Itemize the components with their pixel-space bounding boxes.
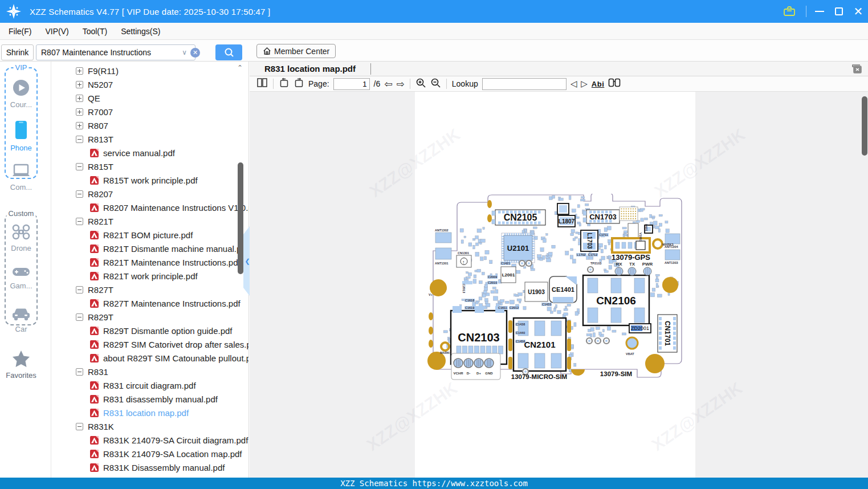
vip-briefcase-icon[interactable] <box>780 0 799 23</box>
previous-page-button[interactable]: ⇦ <box>384 79 392 89</box>
menu-filef[interactable]: File(F) <box>9 27 31 36</box>
shrink-button[interactable]: Shrink <box>1 44 34 60</box>
pdf-viewer[interactable]: XZZ@XZZHKXZZ@XZZHKXZZ@XZZHKXZZ@XZZHK CN2… <box>250 92 868 478</box>
menu-toolt[interactable]: Tool(T) <box>83 27 108 36</box>
search-button[interactable] <box>215 44 242 60</box>
page-number-input[interactable] <box>333 78 370 90</box>
collapse-icon[interactable] <box>76 313 83 321</box>
tree-group-f9r11[interactable]: F9(R11) <box>76 64 119 78</box>
pdf-file-item[interactable]: R831K Disassembly manual.pdf <box>90 461 225 474</box>
sidebar-item-computer[interactable]: Com... <box>0 162 42 191</box>
pdf-file-item[interactable]: service manual.pdf <box>90 146 175 160</box>
clear-search-icon[interactable]: ✕ <box>190 48 200 58</box>
pdf-file-item[interactable]: R829T SIM Catorivet drop after sales.pdf <box>90 337 249 351</box>
sidebar-item-favorites[interactable]: Favorites <box>0 349 42 380</box>
tree-scrollbar-thumb[interactable] <box>238 162 243 274</box>
tree-group-r807[interactable]: R807 <box>76 119 108 132</box>
minimize-button[interactable] <box>810 0 829 23</box>
pdf-file-icon <box>90 231 99 239</box>
chevron-down-icon[interactable]: ∨ <box>180 48 189 56</box>
computer-icon <box>11 172 31 181</box>
pdf-file-item[interactable]: R831K 214079-SA Location map.pdf <box>90 447 242 461</box>
rotate-right-button[interactable] <box>294 78 304 91</box>
tab-r831-location-map[interactable]: R831 location map.pdf <box>250 62 370 76</box>
svg-text:C1611: C1611 <box>498 306 507 309</box>
zoom-in-button[interactable] <box>415 78 426 91</box>
search-combo[interactable]: ∨ ✕ <box>36 44 195 60</box>
close-button[interactable]: ✕ <box>849 0 868 23</box>
svg-text:RX: RX <box>616 262 622 267</box>
tree-group-r8207[interactable]: R8207 <box>76 187 113 201</box>
gps-component <box>612 238 650 252</box>
sidebar-item-game[interactable]: Gam... <box>0 266 42 290</box>
collapse-icon[interactable] <box>76 163 83 170</box>
expand-icon[interactable] <box>76 95 83 102</box>
rotate-left-button[interactable] <box>279 78 290 91</box>
expand-icon[interactable] <box>76 122 83 129</box>
match-case-button[interactable]: Abi <box>592 80 604 88</box>
collapse-icon[interactable] <box>76 218 83 225</box>
tree-group-r827t[interactable]: R827T <box>76 283 113 296</box>
viewer-scrollbar-thumb[interactable] <box>862 96 867 156</box>
member-center-button[interactable]: Member Center <box>256 44 336 58</box>
tree-group-r7007[interactable]: R7007 <box>76 105 113 119</box>
svg-text:D+: D+ <box>476 372 481 375</box>
tree-group-r831k[interactable]: R831K <box>76 419 114 433</box>
find-next-button[interactable]: ▷ <box>581 79 588 89</box>
menu-vipv[interactable]: VIP(V) <box>45 27 68 36</box>
tree-group-n5207[interactable]: N5207 <box>76 78 113 91</box>
collapse-icon[interactable] <box>76 190 83 198</box>
tree-group-qe[interactable]: QE <box>76 91 100 105</box>
next-page-button[interactable]: ⇨ <box>397 79 405 89</box>
page-total: /6 <box>374 79 381 88</box>
tree-group-r813t[interactable]: R813T <box>76 132 113 146</box>
menu-settingss[interactable]: Settings(S) <box>121 27 160 36</box>
pdf-file-item[interactable]: R831 circuit diagram.pdf <box>90 378 196 392</box>
tree-group-r829t[interactable]: R829T <box>76 310 113 324</box>
svg-text:C1421: C1421 <box>501 262 510 265</box>
svg-text:TP2103: TP2103 <box>590 262 601 265</box>
pdf-file-icon <box>90 203 99 212</box>
expand-icon[interactable] <box>76 81 83 88</box>
CN2106-label: CN2106 <box>596 295 636 307</box>
pdf-file-icon <box>90 244 99 253</box>
collapse-icon[interactable] <box>76 136 83 143</box>
maximize-button[interactable] <box>829 0 849 23</box>
L2001-label: L2001 <box>502 272 515 278</box>
pdf-file-item[interactable]: R821T work principle.pdf <box>90 269 198 283</box>
pdf-file-item[interactable]: R831K 214079-SA Circuit diagram.pdf <box>90 433 248 447</box>
pdf-file-item[interactable]: R815T work principle.pdf <box>90 173 198 187</box>
tree-group-r815t[interactable]: R815T <box>76 160 113 173</box>
svg-text:C1438: C1438 <box>516 323 525 326</box>
pdf-file-item[interactable]: R821T Dismantle machine manual.pdf <box>90 242 248 255</box>
tree-scroll-up-icon[interactable]: ⌃ <box>237 64 243 72</box>
sidebar-item-car[interactable]: Car <box>0 307 42 333</box>
pdf-file-item[interactable]: R829T Dismantle option guide.pdf <box>90 324 233 337</box>
svg-text:↑: ↑ <box>462 259 465 265</box>
thumbnail-view-button[interactable] <box>608 78 621 89</box>
expand-icon[interactable] <box>76 108 83 116</box>
sidebar-item-phone[interactable]: Phone <box>0 120 42 152</box>
collapse-icon[interactable] <box>76 423 83 430</box>
find-previous-button[interactable]: ◁ <box>570 79 577 89</box>
custom-group-label: Custom <box>7 209 36 218</box>
collapse-icon[interactable] <box>76 286 83 294</box>
pdf-file-item[interactable]: R8207 Maintenance Instructions V1.0.pdf <box>90 201 249 214</box>
tree-group-r831[interactable]: R831 <box>76 365 108 378</box>
close-all-tabs-icon[interactable] <box>851 64 862 76</box>
pdf-file-item[interactable]: R831 disassembly manual.pdf <box>90 392 218 406</box>
pdf-file-item[interactable]: R821T Maintenance Instructions.pdf <box>90 255 241 269</box>
zoom-out-button[interactable] <box>430 78 441 91</box>
expand-icon[interactable] <box>76 67 83 75</box>
tree-group-r821t[interactable]: R821T <box>76 214 113 228</box>
two-page-view-button[interactable] <box>256 78 268 90</box>
pdf-file-item[interactable]: R821T BOM picture.pdf <box>90 228 193 242</box>
collapse-icon[interactable] <box>76 368 83 376</box>
search-input[interactable] <box>36 48 180 57</box>
pdf-file-item[interactable]: R827T Maintenance Instructions.pdf <box>90 296 241 310</box>
sidebar-item-drone[interactable]: Drone <box>0 223 42 252</box>
lookup-input[interactable] <box>482 78 567 90</box>
sidebar-item-course[interactable]: Cour... <box>0 79 42 109</box>
pdf-file-item[interactable]: about R829T SIM Catounable pullout.pdf <box>90 351 249 365</box>
pdf-file-item[interactable]: R831 location map.pdf <box>90 406 189 419</box>
